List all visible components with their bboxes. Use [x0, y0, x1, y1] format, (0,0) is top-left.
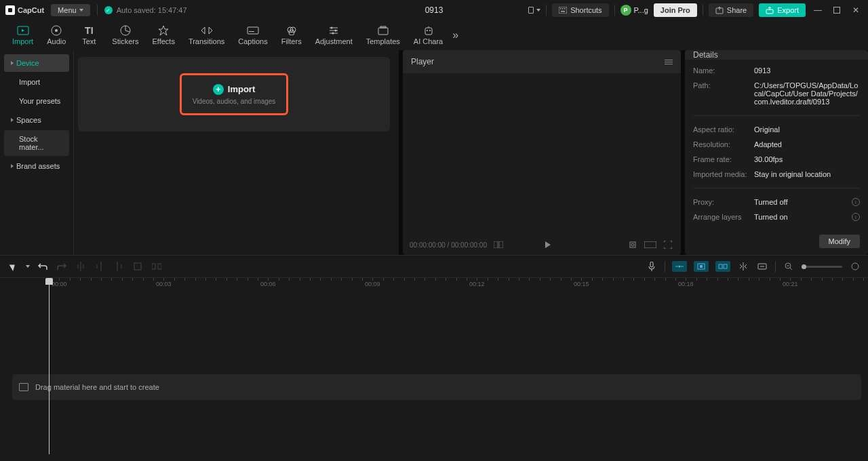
info-icon[interactable]: i	[852, 198, 860, 206]
sidebar-item-spaces[interactable]: Spaces	[4, 111, 69, 129]
tab-stickers[interactable]: Stickers	[105, 22, 145, 48]
playhead-handle[interactable]	[45, 278, 53, 285]
svg-rect-11	[248, 27, 258, 34]
detail-row-resolution: Resolution:Adapted	[693, 140, 860, 148]
tab-text[interactable]: TI Text	[73, 22, 105, 48]
svg-point-22	[427, 30, 428, 31]
user-badge[interactable]: P P...g	[620, 5, 648, 16]
player-menu-button[interactable]	[665, 60, 673, 64]
delete-right-button[interactable]	[113, 260, 125, 273]
chevron-right-icon	[11, 164, 14, 168]
tab-adjustment[interactable]: Adjustment	[309, 22, 359, 48]
import-label: Import	[228, 84, 255, 94]
fullscreen-button[interactable]	[662, 239, 674, 251]
mirror-button[interactable]	[151, 260, 163, 273]
divider	[546, 5, 547, 16]
minimize-button[interactable]: —	[811, 3, 825, 17]
modify-button[interactable]: Modify	[819, 235, 860, 248]
ruler-mark: 00:00	[52, 281, 67, 287]
crop-button[interactable]	[132, 260, 144, 273]
player-panel: Player 00:00:00:00 / 00:00:00:00	[403, 50, 681, 255]
tab-transitions[interactable]: Transitions	[182, 22, 231, 48]
timeline-ruler[interactable]: 00:00 00:03 00:06 00:09 00:12 00:15 00:1…	[0, 278, 868, 293]
close-button[interactable]: ✕	[849, 3, 863, 17]
aspect-ratio-button[interactable]	[528, 4, 540, 16]
zoom-fit-button[interactable]	[849, 260, 861, 273]
export-button[interactable]: Export	[759, 3, 806, 17]
join-pro-button[interactable]: Join Pro	[654, 3, 697, 17]
ratio-button[interactable]	[644, 239, 656, 251]
tab-templates[interactable]: Templates	[359, 22, 407, 48]
snap-button-2[interactable]	[694, 261, 709, 272]
effects-icon	[157, 25, 170, 36]
sidebar-item-device[interactable]: Device	[4, 54, 69, 72]
svg-rect-28	[644, 241, 656, 248]
ruler-mark: 00:03	[156, 281, 172, 287]
chevron-right-icon	[11, 118, 14, 122]
undo-button[interactable]	[37, 260, 49, 273]
share-button[interactable]: Share	[709, 3, 753, 17]
divider	[665, 261, 665, 272]
tab-effects[interactable]: Effects	[145, 22, 181, 48]
clear-button[interactable]	[756, 260, 768, 273]
redo-button[interactable]	[56, 260, 68, 273]
sidebar-item-import[interactable]: Import	[4, 73, 69, 91]
mic-button[interactable]	[646, 260, 658, 273]
timeline-tracks[interactable]: Drag material here and start to create	[0, 293, 868, 461]
split-button[interactable]	[75, 260, 87, 273]
tab-filters[interactable]: Filters	[275, 22, 309, 48]
detail-row-aspect: Aspect ratio:Original	[693, 125, 860, 134]
svg-rect-26	[630, 242, 635, 247]
tab-ai-chara[interactable]: AI Chara	[407, 22, 450, 48]
track-preview-button[interactable]	[737, 260, 749, 273]
details-panel: Details Name:0913 Path:C:/Users/TOPGUS/A…	[685, 50, 868, 255]
svg-rect-36	[719, 264, 722, 268]
plus-icon: +	[213, 84, 224, 95]
play-button[interactable]	[545, 241, 551, 248]
details-title: Details	[693, 50, 718, 60]
shortcuts-button[interactable]: Shortcuts	[552, 3, 608, 17]
tabs-more-button[interactable]: »	[452, 29, 458, 41]
info-icon[interactable]: i	[852, 213, 860, 221]
avatar-icon: P	[620, 5, 631, 16]
import-button[interactable]: + Import Videos, audios, and images	[180, 73, 288, 115]
import-icon	[17, 25, 29, 36]
tab-audio[interactable]: Audio	[40, 22, 73, 48]
delete-left-button[interactable]	[94, 260, 106, 273]
sidebar-item-brand[interactable]: Brand assets	[4, 157, 69, 175]
snap-button-3[interactable]	[715, 261, 730, 272]
detail-row-framerate: Frame rate:30.00fps	[693, 155, 860, 163]
divider	[614, 5, 615, 16]
svg-rect-4	[561, 11, 565, 12]
player-viewport[interactable]	[403, 73, 681, 235]
titlebar: CapCut Menu ✓ Auto saved: 15:47:47 0913 …	[0, 0, 868, 20]
detail-row-arrange: Arrange layersTurned oni	[693, 213, 860, 221]
pointer-tool[interactable]	[7, 260, 19, 273]
svg-point-23	[429, 30, 431, 31]
divider	[775, 261, 776, 272]
sidebar-item-presets[interactable]: Your presets	[4, 92, 69, 110]
maximize-button[interactable]	[830, 3, 844, 17]
stickers-icon	[119, 25, 132, 36]
tab-captions[interactable]: Captions	[231, 22, 274, 48]
detail-row-name: Name:0913	[693, 66, 860, 75]
chevron-down-icon[interactable]	[26, 265, 30, 268]
menu-button[interactable]: Menu	[51, 4, 90, 16]
ruler-mark: 00:09	[365, 281, 380, 287]
sidebar-item-stock[interactable]: Stock mater...	[4, 130, 69, 156]
zoom-slider[interactable]	[802, 266, 842, 268]
compare-icon[interactable]	[492, 239, 505, 251]
svg-point-17	[335, 30, 337, 32]
scale-button[interactable]	[627, 239, 639, 251]
player-timecode: 00:00:00:00 / 00:00:00:00	[410, 241, 487, 249]
ruler-mark: 00:21	[783, 281, 798, 287]
tab-import[interactable]: Import	[5, 22, 40, 48]
svg-rect-0	[559, 7, 567, 14]
playhead[interactable]	[49, 278, 50, 454]
drag-hint-text: Drag material here and start to create	[35, 383, 159, 391]
autosave-status: ✓ Auto saved: 15:47:47	[104, 6, 187, 14]
snap-button-1[interactable]	[672, 261, 687, 272]
ruler-mark: 00:12	[469, 281, 485, 287]
svg-point-40	[852, 263, 859, 270]
zoom-out-button[interactable]	[783, 260, 795, 273]
